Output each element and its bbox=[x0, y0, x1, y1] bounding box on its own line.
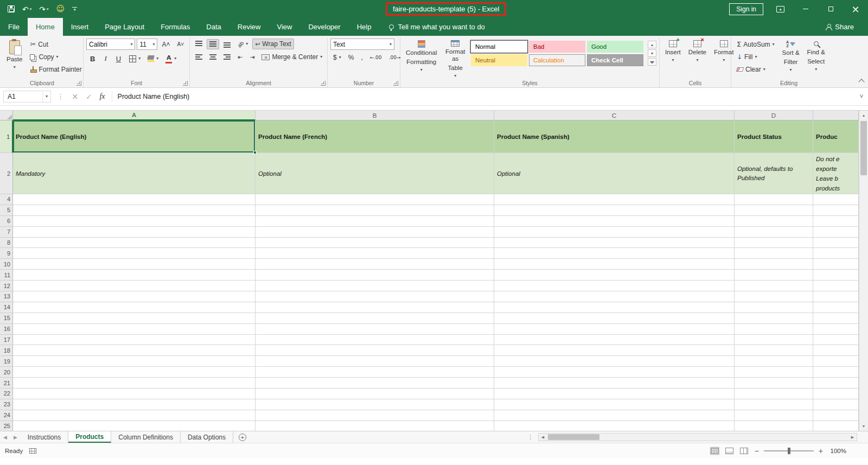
empty-cell[interactable] bbox=[13, 302, 256, 313]
fill-color-button[interactable]: ▾ bbox=[145, 54, 161, 63]
empty-cell[interactable] bbox=[494, 367, 735, 378]
sheet-tab-products[interactable]: Products bbox=[68, 431, 111, 443]
empty-cell[interactable] bbox=[735, 205, 813, 216]
empty-cell[interactable] bbox=[735, 335, 813, 346]
empty-cell[interactable] bbox=[813, 421, 859, 431]
clipboard-dialog-launcher-icon[interactable] bbox=[76, 81, 81, 86]
empty-cell[interactable] bbox=[256, 227, 494, 238]
empty-cell[interactable] bbox=[13, 248, 256, 259]
empty-cell[interactable] bbox=[13, 281, 256, 291]
empty-cell[interactable] bbox=[256, 410, 494, 421]
row-number[interactable]: 25 bbox=[0, 421, 13, 431]
number-format-dropdown-icon[interactable]: ▾ bbox=[390, 42, 392, 47]
empty-cell[interactable] bbox=[13, 410, 256, 421]
empty-cell[interactable] bbox=[256, 421, 494, 431]
empty-cell[interactable] bbox=[13, 421, 256, 431]
empty-cell[interactable] bbox=[13, 216, 256, 227]
empty-cell[interactable] bbox=[13, 227, 256, 238]
empty-cell[interactable] bbox=[256, 281, 494, 291]
empty-cell[interactable] bbox=[494, 248, 735, 259]
accounting-format-button[interactable]: $▾ bbox=[330, 52, 344, 63]
sort-filter-button[interactable]: AZ Sort & Filter ▾ bbox=[780, 39, 802, 79]
tab-file[interactable]: File bbox=[0, 18, 28, 36]
horizontal-scroll-track[interactable] bbox=[547, 434, 848, 441]
empty-cell[interactable] bbox=[735, 378, 813, 388]
empty-cell[interactable] bbox=[494, 194, 735, 205]
empty-cell[interactable] bbox=[13, 399, 256, 410]
conditional-formatting-button[interactable]: Conditional Formatting ▾ bbox=[403, 39, 440, 79]
clear-dropdown-icon[interactable]: ▾ bbox=[763, 67, 765, 72]
close-button[interactable] bbox=[843, 0, 868, 18]
empty-cell[interactable] bbox=[494, 205, 735, 216]
merge-center-dropdown-icon[interactable]: ▾ bbox=[320, 55, 322, 59]
insert-function-icon[interactable]: fx bbox=[99, 92, 105, 101]
empty-cell[interactable] bbox=[494, 238, 735, 249]
row-number[interactable]: 17 bbox=[0, 335, 13, 346]
font-name-combobox[interactable]: Calibri▾ bbox=[86, 39, 135, 50]
fill-button[interactable]: Fill▾ bbox=[734, 52, 777, 62]
cell-e1[interactable]: Produc bbox=[813, 120, 859, 153]
empty-cell[interactable] bbox=[813, 270, 859, 281]
align-right-button[interactable] bbox=[221, 53, 233, 61]
font-name-dropdown-icon[interactable]: ▾ bbox=[130, 42, 132, 47]
row-number[interactable]: 14 bbox=[0, 302, 13, 313]
empty-cell[interactable] bbox=[735, 259, 813, 270]
vertical-scroll-track[interactable] bbox=[859, 120, 868, 422]
column-header-d[interactable]: D bbox=[735, 111, 813, 120]
empty-cell[interactable] bbox=[735, 291, 813, 302]
bottom-align-button[interactable] bbox=[221, 39, 233, 49]
empty-cell[interactable] bbox=[813, 302, 859, 313]
empty-cell[interactable] bbox=[813, 367, 859, 378]
form ula-bar-content[interactable]: Product Name (English) bbox=[112, 93, 855, 100]
empty-cell[interactable] bbox=[735, 367, 813, 378]
orientation-dropdown-icon[interactable]: ▾ bbox=[246, 42, 248, 46]
empty-cell[interactable] bbox=[813, 399, 859, 410]
empty-cell[interactable] bbox=[13, 238, 256, 249]
empty-cell[interactable] bbox=[494, 227, 735, 238]
row-number[interactable]: 23 bbox=[0, 399, 13, 410]
tab-help[interactable]: Help bbox=[349, 18, 380, 36]
empty-cell[interactable] bbox=[13, 367, 256, 378]
row-number[interactable]: 2 bbox=[0, 153, 13, 194]
cell-c1[interactable]: Product Name (Spanish) bbox=[494, 120, 735, 153]
zoom-out-icon[interactable]: − bbox=[755, 447, 759, 455]
empty-cell[interactable] bbox=[735, 356, 813, 367]
empty-cell[interactable] bbox=[494, 335, 735, 346]
empty-cell[interactable] bbox=[13, 388, 256, 399]
empty-cell[interactable] bbox=[813, 324, 859, 335]
empty-cell[interactable] bbox=[13, 356, 256, 367]
format-painter-button[interactable]: Format Painter bbox=[27, 64, 84, 75]
underline-button[interactable]: U bbox=[112, 53, 125, 65]
empty-cell[interactable] bbox=[494, 291, 735, 302]
format-table-dropdown-icon[interactable]: ▾ bbox=[454, 74, 456, 78]
undo-dropdown-icon[interactable]: ▾ bbox=[30, 7, 32, 11]
empty-cell[interactable] bbox=[813, 238, 859, 249]
empty-cell[interactable] bbox=[494, 281, 735, 291]
top-align-button[interactable] bbox=[193, 39, 205, 49]
tab-developer[interactable]: Developer bbox=[300, 18, 348, 36]
sheet-tab-column-definitions[interactable]: Column Definitions bbox=[111, 431, 181, 443]
scroll-up-icon[interactable]: ▲ bbox=[859, 111, 868, 120]
empty-cell[interactable] bbox=[256, 259, 494, 270]
borders-button[interactable]: ▾ bbox=[126, 54, 143, 64]
cell-style-chip[interactable]: Good bbox=[587, 41, 643, 53]
new-sheet-button[interactable]: + bbox=[233, 431, 252, 443]
fill-dropdown-icon[interactable]: ▾ bbox=[755, 55, 757, 59]
format-dropdown-icon[interactable]: ▾ bbox=[723, 58, 725, 62]
empty-cell[interactable] bbox=[813, 194, 859, 205]
save-icon[interactable] bbox=[8, 5, 15, 12]
macro-record-icon[interactable] bbox=[29, 448, 36, 454]
sheet-tab-instructions[interactable]: Instructions bbox=[21, 431, 68, 443]
empty-cell[interactable] bbox=[256, 335, 494, 346]
empty-cell[interactable] bbox=[735, 248, 813, 259]
empty-cell[interactable] bbox=[256, 378, 494, 388]
ribbon-display-options-icon[interactable] bbox=[776, 6, 784, 12]
zoom-in-icon[interactable]: + bbox=[819, 447, 823, 455]
empty-cell[interactable] bbox=[735, 302, 813, 313]
empty-cell[interactable] bbox=[494, 216, 735, 227]
scroll-down-icon[interactable]: ▼ bbox=[859, 422, 868, 431]
empty-cell[interactable] bbox=[813, 356, 859, 367]
empty-cell[interactable] bbox=[256, 216, 494, 227]
sheet-nav-right-icon[interactable]: ▶ bbox=[10, 431, 21, 443]
empty-cell[interactable] bbox=[735, 399, 813, 410]
